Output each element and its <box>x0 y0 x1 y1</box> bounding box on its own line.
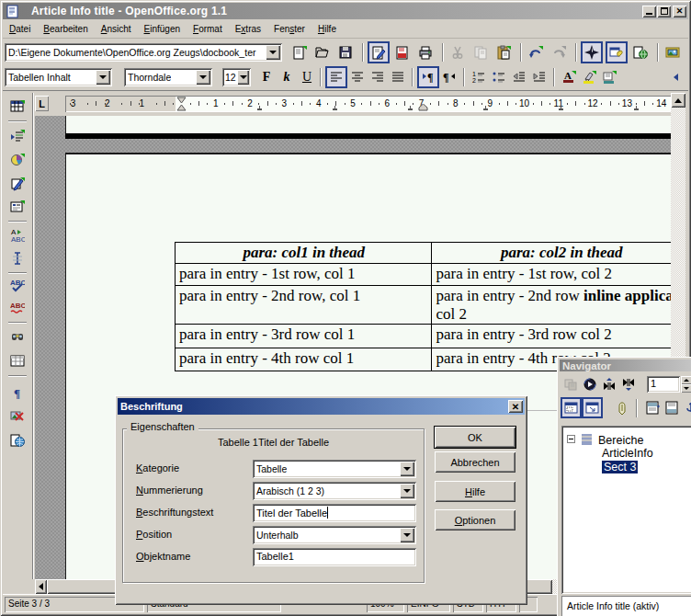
scroll-up-button[interactable] <box>671 93 685 108</box>
previous-button[interactable] <box>599 374 618 394</box>
kategorie-dropdown[interactable] <box>400 462 414 476</box>
autospellcheck-button[interactable]: ABC <box>6 297 28 319</box>
page-spin-field[interactable]: 1 <box>647 376 680 393</box>
footer-button[interactable] <box>662 398 681 417</box>
increase-indent-button[interactable] <box>529 67 549 87</box>
insert-table-button[interactable] <box>6 96 28 118</box>
online-layout-button[interactable] <box>6 429 28 451</box>
italic-button[interactable]: k <box>278 68 296 86</box>
navigator-title-bar[interactable]: Navigator <box>560 359 691 371</box>
table-cell[interactable]: para in entry - 2nd row inline applicati… <box>432 286 671 325</box>
data-sources-button[interactable] <box>6 350 28 372</box>
page-spin-buttons[interactable] <box>681 376 691 393</box>
direct-cursor-button[interactable] <box>6 247 28 269</box>
bullets-button[interactable] <box>489 67 509 87</box>
table-cell[interactable]: para in entry - 1st row, col 1 <box>176 264 432 286</box>
tab-type-button[interactable]: L <box>35 96 49 111</box>
document-table[interactable]: para: col1 in theadpara: col2 in theadpa… <box>175 242 671 371</box>
table-cell[interactable]: para in entry - 3rd row col 1 <box>176 325 432 348</box>
menu-extras[interactable]: Extras <box>229 19 267 39</box>
header-button[interactable] <box>642 398 662 417</box>
left-to-right-button[interactable]: ¶ <box>417 66 439 88</box>
menu-bearbeiten[interactable]: Bearbeiten <box>37 19 94 39</box>
tree-item-sect3[interactable]: Sect 3 <box>567 461 638 473</box>
decrease-indent-button[interactable] <box>509 67 529 87</box>
close-button[interactable]: ✕ <box>673 6 686 17</box>
copy-button[interactable] <box>470 42 491 63</box>
table-cell[interactable]: para in entry - 4th row col 1 <box>176 348 432 371</box>
horizontal-ruler[interactable]: 3211234567891011121314 <box>65 96 671 112</box>
stylist-button[interactable] <box>606 41 628 63</box>
font-size-combo[interactable]: 12 <box>222 68 251 86</box>
table-cell[interactable]: para in entry - 2nd row, col 1 <box>176 286 432 325</box>
right-indent-marker[interactable] <box>418 104 428 111</box>
objektname-input[interactable]: Tabelle1 <box>253 548 416 566</box>
bold-button[interactable]: F <box>257 68 276 86</box>
gallery-button[interactable] <box>663 42 683 63</box>
form-functions-button[interactable] <box>6 196 28 218</box>
dialog-close-button[interactable]: ✕ <box>508 400 523 413</box>
table-cell[interactable]: para in entry - 3rd row col 2 <box>432 325 671 348</box>
align-justify-button[interactable] <box>388 67 408 87</box>
toggle-button[interactable] <box>561 374 580 394</box>
anchor-text-button[interactable] <box>681 398 691 417</box>
cut-button[interactable] <box>447 42 468 63</box>
caption-dialog[interactable]: Beschriftung ✕ Eigenschaften Tabelle 1Ti… <box>115 395 527 605</box>
font-color-button[interactable]: A <box>559 67 579 87</box>
edit-file-button[interactable] <box>368 41 390 63</box>
font-name-dropdown[interactable] <box>196 70 210 85</box>
font-size-dropdown[interactable] <box>237 70 249 85</box>
url-dropdown-button[interactable] <box>266 45 280 60</box>
position-dropdown[interactable] <box>400 528 414 542</box>
align-left-button[interactable] <box>325 66 347 88</box>
scroll-left-button[interactable] <box>35 579 47 594</box>
find-replace-button[interactable] <box>6 325 28 348</box>
hyperlink-dialog-button[interactable] <box>630 42 651 63</box>
position-combo[interactable]: Unterhalb <box>253 526 416 544</box>
content-view-button[interactable] <box>561 397 582 418</box>
minimize-button[interactable] <box>642 6 656 17</box>
align-center-button[interactable] <box>347 67 368 87</box>
undo-button[interactable] <box>526 42 546 63</box>
align-right-button[interactable] <box>368 67 388 87</box>
paragraph-style-dropdown[interactable] <box>96 70 110 85</box>
navigator-tree[interactable]: BereicheArticleInfoSect 3 <box>561 426 691 594</box>
open-file-button[interactable] <box>312 42 333 63</box>
ok-button[interactable]: OK <box>435 427 515 448</box>
navigator-button[interactable] <box>581 41 603 63</box>
nummerierung-dropdown[interactable] <box>400 484 414 498</box>
table-header-cell[interactable]: para: col1 in thead <box>176 243 432 264</box>
beschriftungstext-input[interactable]: Titel der Tabelle <box>253 504 416 522</box>
underline-button[interactable]: U <box>298 68 316 86</box>
spellcheck-button[interactable]: ABC <box>6 274 28 296</box>
menu-ansicht[interactable]: Ansicht <box>95 19 138 39</box>
paragraph-background-button[interactable] <box>599 67 619 87</box>
maximize-button[interactable] <box>657 6 671 17</box>
paragraph-style-combo[interactable]: Tabellen Inhalt <box>5 68 112 86</box>
navigator-panel[interactable]: Navigator 1 BereicheArticleInfoSect 3 Ar… <box>557 357 691 616</box>
set-reminder-button[interactable] <box>612 398 631 417</box>
save-document-button[interactable] <box>335 42 356 63</box>
toolbar-scroll-left-button[interactable] <box>665 67 685 87</box>
table-header-cell[interactable]: para: col2 in thead <box>432 243 671 264</box>
hilfe-button[interactable]: Hilfe <box>435 481 515 502</box>
dialog-title-bar[interactable]: Beschriftung ✕ <box>118 398 525 415</box>
draw-functions-button[interactable] <box>6 173 28 195</box>
load-url-field[interactable]: D:\Eigene Dokumente\OpenOffice.org Zeugs… <box>5 43 282 62</box>
export-pdf-button[interactable] <box>392 42 413 63</box>
expander-icon[interactable] <box>567 435 575 443</box>
redo-button[interactable] <box>549 42 569 63</box>
optionen-button[interactable]: Optionen <box>435 509 515 530</box>
tree-item-articleinfo[interactable]: ArticleInfo <box>567 447 653 460</box>
navigator-document-list[interactable]: Article Info title (aktiv) <box>561 596 691 616</box>
highlighting-button[interactable] <box>579 67 599 87</box>
paste-button[interactable] <box>493 42 514 63</box>
menu-format[interactable]: Format <box>187 19 229 39</box>
font-name-combo[interactable]: Thorndale <box>124 68 212 86</box>
title-bar[interactable]: Article Info title - OpenOffice.org 1.1 … <box>3 3 688 19</box>
autotext-button[interactable]: AABC <box>6 224 28 246</box>
nummerierung-combo[interactable]: Arabisch (1 2 3) <box>253 482 416 500</box>
insert-fields-button[interactable] <box>6 125 28 147</box>
kategorie-combo[interactable]: Tabelle <box>253 460 416 478</box>
menu-fenster[interactable]: Fenster <box>267 19 312 39</box>
